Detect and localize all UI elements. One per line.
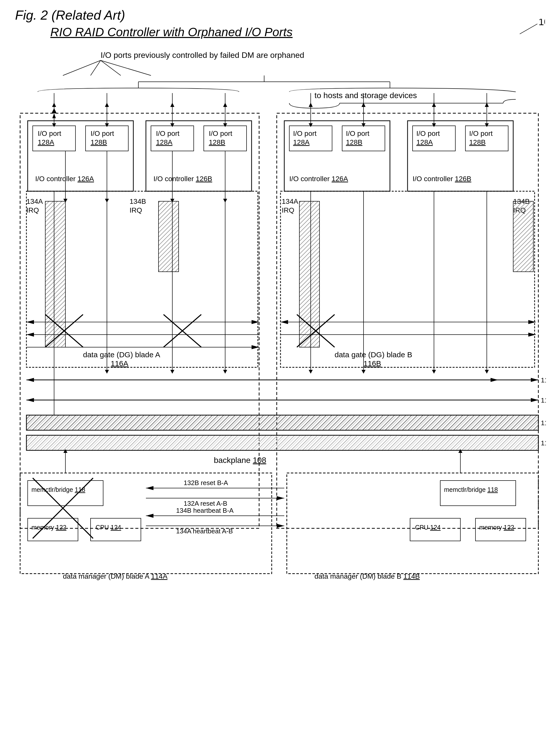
svg-marker-121 [277, 496, 284, 500]
svg-text:128B: 128B [469, 138, 485, 146]
svg-text:128B: 128B [91, 138, 107, 146]
svg-text:134B: 134B [129, 198, 146, 205]
page: Fig. 2 (Related Art) RIO RAID Controller… [0, 0, 560, 752]
fig-subtitle: RIO RAID Controller with Orphaned I/O Po… [50, 25, 293, 39]
svg-text:132B reset B-A: 132B reset B-A [184, 479, 228, 487]
svg-text:I/O port: I/O port [91, 130, 114, 137]
svg-marker-143 [485, 370, 489, 374]
svg-line-3 [63, 60, 101, 76]
svg-marker-133 [170, 370, 174, 374]
svg-marker-148 [491, 378, 498, 382]
svg-rect-45 [45, 201, 65, 347]
svg-text:128A: 128A [156, 138, 173, 146]
svg-text:I/O port: I/O port [346, 130, 369, 137]
svg-marker-139 [361, 370, 365, 374]
svg-text:128A: 128A [416, 138, 433, 146]
svg-marker-92 [531, 398, 538, 402]
svg-marker-159 [26, 333, 34, 337]
svg-marker-163 [280, 320, 288, 324]
diagram-svg: I/O ports previously controlled by faile… [13, 45, 546, 737]
svg-text:116A: 116A [111, 359, 128, 368]
svg-rect-96 [26, 435, 538, 450]
svg-marker-170 [105, 199, 109, 202]
svg-text:data gate (DG) blade A: data gate (DG) blade A [83, 351, 160, 359]
svg-text:134B heartbeat B-A: 134B heartbeat B-A [176, 507, 234, 514]
svg-text:memctlr/bridge 118: memctlr/bridge 118 [32, 486, 85, 493]
svg-rect-46 [159, 201, 179, 272]
svg-text:128B: 128B [209, 138, 225, 146]
svg-text:100: 100 [539, 19, 545, 27]
svg-text:memory 122: memory 122 [479, 524, 514, 531]
svg-marker-175 [52, 123, 56, 127]
ref-number-svg: 100 [500, 19, 545, 39]
svg-text:I/O port: I/O port [156, 130, 180, 137]
svg-text:112A: 112A [541, 439, 546, 447]
svg-rect-94 [26, 415, 538, 430]
svg-marker-177 [170, 123, 174, 127]
svg-text:to hosts and storage devices: to hosts and storage devices [315, 91, 417, 100]
svg-marker-174 [223, 199, 227, 202]
svg-marker-127 [277, 524, 284, 528]
svg-text:IRQ: IRQ [26, 206, 39, 214]
svg-text:data gate (DG) blade B: data gate (DG) blade B [335, 351, 412, 359]
svg-text:data manager (DM) blade B 114B: data manager (DM) blade B 114B [315, 572, 420, 580]
svg-rect-83 [513, 201, 533, 272]
svg-text:134A: 134A [282, 198, 298, 205]
svg-marker-91 [26, 398, 34, 402]
svg-marker-179 [309, 123, 313, 127]
svg-text:112C: 112C [541, 396, 546, 404]
svg-line-5 [101, 60, 121, 76]
svg-text:data manager (DM) blade A 114A: data manager (DM) blade A 114A [63, 572, 167, 580]
svg-text:memctlr/bridge 118: memctlr/bridge 118 [444, 486, 498, 493]
svg-text:112D: 112D [541, 376, 546, 384]
svg-text:134A heartbeat A-B: 134A heartbeat A-B [176, 527, 233, 535]
svg-marker-87 [26, 378, 34, 382]
svg-marker-118 [146, 486, 154, 490]
svg-marker-135 [223, 370, 227, 374]
svg-marker-124 [146, 514, 154, 518]
svg-rect-109 [287, 473, 538, 574]
svg-marker-137 [309, 370, 313, 374]
svg-rect-111 [440, 480, 516, 506]
svg-text:I/O port: I/O port [38, 130, 61, 137]
svg-text:CPU 124: CPU 124 [96, 524, 121, 531]
svg-marker-156 [26, 320, 34, 324]
svg-text:128B: 128B [346, 138, 362, 146]
svg-text:IRQ: IRQ [282, 206, 294, 214]
svg-text:IRQ: IRQ [129, 206, 142, 214]
svg-text:132A reset A-B: 132A reset A-B [184, 500, 227, 507]
svg-text:memory 122: memory 122 [32, 524, 66, 531]
svg-text:116B: 116B [363, 359, 381, 368]
svg-text:I/O port: I/O port [209, 130, 233, 137]
svg-text:I/O controller 126B: I/O controller 126B [154, 175, 212, 183]
svg-marker-131 [105, 370, 109, 374]
svg-text:I/O controller 126A: I/O controller 126A [35, 175, 94, 183]
svg-text:I/O controller 126A: I/O controller 126A [289, 175, 348, 183]
svg-marker-180 [361, 123, 365, 127]
svg-text:128A: 128A [293, 138, 310, 146]
svg-marker-141 [432, 370, 436, 374]
svg-text:I/O port: I/O port [469, 130, 493, 137]
svg-text:I/O controller 126B: I/O controller 126B [413, 175, 471, 183]
svg-text:112B: 112B [541, 419, 546, 427]
fig-title: Fig. 2 (Related Art) [15, 7, 125, 23]
svg-text:backplane 108: backplane 108 [214, 456, 266, 465]
svg-marker-182 [485, 123, 489, 127]
svg-text:CPU 124: CPU 124 [415, 524, 441, 531]
svg-marker-178 [223, 123, 227, 127]
svg-text:I/O port: I/O port [416, 130, 440, 137]
svg-marker-181 [432, 123, 436, 127]
svg-marker-88 [531, 378, 538, 382]
svg-text:134A: 134A [26, 198, 43, 205]
svg-marker-176 [105, 123, 109, 127]
svg-line-6 [101, 60, 151, 76]
svg-line-0 [520, 24, 537, 34]
svg-text:I/O ports previously controlle: I/O ports previously controlled by faile… [101, 51, 304, 60]
svg-text:128A: 128A [38, 138, 54, 146]
svg-text:I/O port: I/O port [293, 130, 317, 137]
